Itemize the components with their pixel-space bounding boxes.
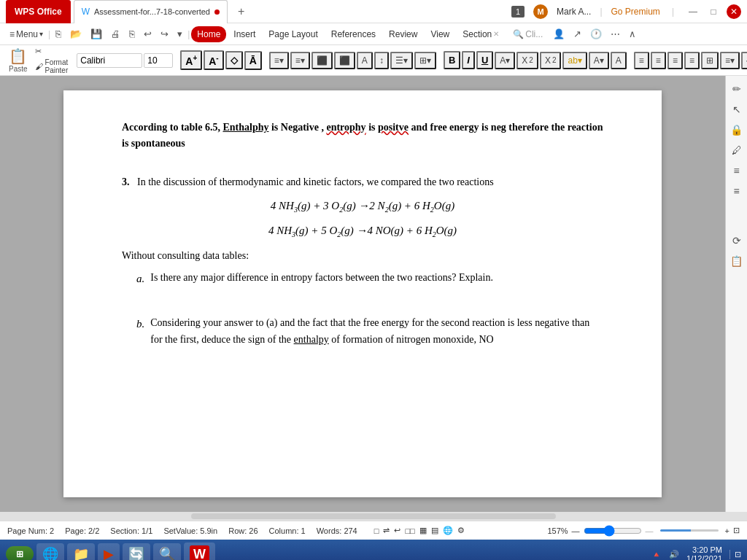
menu-insert[interactable]: Insert [228,26,261,42]
cut-button[interactable]: ✂ [34,46,70,57]
column-status: Column: 1 [269,526,306,535]
zoom-plus-button[interactable]: + [725,526,729,535]
italic-button[interactable]: I [462,51,475,69]
search-button[interactable]: 🔍 Cli... [509,27,546,42]
right-select-icon[interactable]: ↖ [732,104,741,115]
align-center2-button[interactable]: ≡ [651,52,666,69]
copy-button[interactable]: ⎘ [125,27,139,41]
menu-section[interactable]: Section ✕ [457,26,505,42]
font-size-big-button[interactable]: A [611,52,627,69]
collapse-button[interactable]: ∧ [625,27,640,41]
start-button[interactable]: ⊞ [6,546,34,560]
indent2-button[interactable]: ≡▾ [720,52,740,69]
underline-button[interactable]: U [476,51,493,69]
status-icon-7[interactable]: 🌐 [443,526,453,535]
zoom-slider[interactable] [584,525,642,537]
align-right2-button[interactable]: ≡ [667,52,683,69]
align-right-button[interactable]: A [357,52,373,69]
status-icon-8[interactable]: ⚙ [457,526,465,535]
taskbar-ie[interactable]: 🌐 [36,543,64,560]
menu-page-layout[interactable]: Page Layout [263,26,323,42]
menu-view[interactable]: View [425,26,455,42]
horizontal-scrollbar[interactable] [0,512,747,521]
font-size-input[interactable] [144,53,173,68]
menu-toggle-button[interactable]: ≡ Menu ▾ [6,27,47,42]
right-lock-icon[interactable]: 🔒 [730,124,743,136]
add-tab-button[interactable]: + [231,0,252,23]
align-justify-button[interactable]: ≡ [684,52,700,69]
go-premium-button[interactable]: Go Premium [611,7,660,17]
taskbar-time: 3:20 PM 1/12/2021 [686,545,722,560]
document-scroll[interactable]: According to table 6.5, Enthalphy is Neg… [0,76,725,512]
menu-review[interactable]: Review [383,26,423,42]
status-icon-6[interactable]: ▤ [431,526,438,535]
taskbar-360[interactable]: 🔄 [123,543,150,560]
redo-button[interactable]: ↪ [157,27,172,41]
sort-button[interactable]: ↕ [374,52,389,69]
menu-home[interactable]: Home [191,26,226,42]
share-button[interactable]: ↗ [570,27,585,41]
menu-references[interactable]: References [325,26,382,42]
zoom-minus-button[interactable]: — [572,526,580,535]
format-painter-button[interactable]: 🖌 FormatPainter [34,58,70,75]
list-unordered-button[interactable]: ≡▾ [269,52,289,69]
taskbar-sound-icon[interactable]: 🔺 [651,550,662,559]
wps-office-tab[interactable]: WPS Office [6,0,71,23]
taskbar-explorer[interactable]: 📁 [67,543,95,560]
font-name-input[interactable] [77,53,142,68]
right-annotate-icon[interactable]: 🖊 [732,144,742,156]
taskbar-search[interactable]: 🔍 [153,543,181,560]
status-icon-3[interactable]: ↩ [394,526,400,535]
taskbar-media[interactable]: ▶ [98,543,120,560]
taskbar-wps[interactable]: W [184,542,215,561]
align-center-button[interactable]: ⬛ [334,52,355,69]
minimize-button[interactable]: — [686,4,700,19]
close-button[interactable]: ✕ [727,4,741,19]
undo-button[interactable]: ↩ [140,27,155,41]
font-color-button[interactable]: A▾ [495,52,515,69]
page-num-status: Page Num: 2 [7,526,54,535]
status-icon-2[interactable]: ⇌ [383,526,390,535]
document-page: According to table 6.5, Enthalphy is Neg… [63,90,662,497]
strikethrough-button[interactable]: X2 [516,52,538,69]
undo-dropdown[interactable]: ▾ [174,27,186,41]
scroll-thumb[interactable] [191,513,556,519]
subscript-button[interactable]: X2 [540,52,562,69]
indent-button[interactable]: ☰▾ [390,52,413,69]
status-icon-4[interactable]: □□ [405,526,414,535]
align-left-button[interactable]: ⬛ [311,52,333,69]
history-button[interactable]: 🕐 [587,27,605,41]
text-effects-button[interactable]: Ā [244,51,262,70]
maximize-button[interactable]: □ [706,4,721,19]
right-list-icon[interactable]: ≡ [733,165,739,176]
list-ordered-button[interactable]: ≡▾ [290,52,310,69]
align-left2-button[interactable]: ≡ [634,52,649,69]
print-button[interactable]: 🖨 [107,27,124,41]
highlight-button[interactable]: ab▾ [562,52,587,69]
fullscreen-button[interactable]: ⊡ [733,526,740,535]
clear-format-button[interactable]: ◇ [225,51,243,69]
status-icon-5[interactable]: ▦ [419,526,427,535]
taskbar-volume-icon[interactable]: 🔊 [669,550,679,559]
save-button[interactable]: 💾 [87,27,106,41]
table-button[interactable]: ⊞▾ [414,52,436,69]
shading-button[interactable]: ◇▾ [741,52,747,69]
file-new-button[interactable]: ⎘ [52,27,65,41]
status-icon-1[interactable]: □ [374,526,379,535]
font-shrink-button[interactable]: A- [204,50,223,71]
right-clipboard-icon[interactable]: 📋 [730,255,743,267]
open-button[interactable]: 📂 [66,27,85,41]
document-tab[interactable]: W Assessment-for...7-18-converted [74,0,228,23]
font-color2-button[interactable]: A▾ [589,52,609,69]
account-button[interactable]: 👤 [549,27,568,41]
show-desktop-button[interactable]: ⊡ [729,550,741,559]
right-list2-icon[interactable]: ≡ [733,185,739,197]
right-refresh-icon[interactable]: ⟳ [732,235,741,246]
paste-button[interactable]: 📋 Paste [4,46,32,74]
right-edit-icon[interactable]: ✏ [732,83,741,95]
columns-button[interactable]: ⊞ [701,52,719,69]
more-button[interactable]: ⋯ [607,27,624,41]
enthalpy-underline: enthalpy [294,334,329,345]
font-grow-button[interactable]: A+ [180,50,202,71]
bold-button[interactable]: B [444,51,460,69]
